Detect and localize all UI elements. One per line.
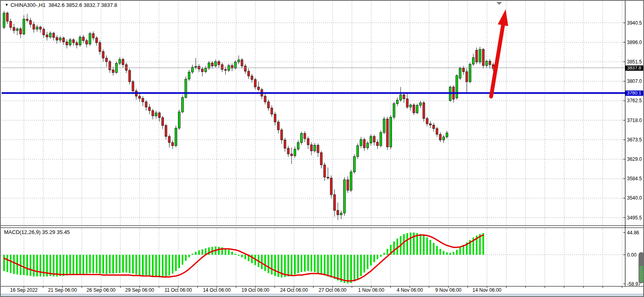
time-axis-label: 26 Sep 06:00 <box>87 287 116 293</box>
time-axis-label: 4 Nov 06:00 <box>397 287 423 293</box>
price-tick-label: 3940.5 <box>627 20 642 26</box>
price-tick-label: 3495.5 <box>627 215 642 221</box>
trend-arrow-head[interactable] <box>498 9 508 26</box>
price-tick-label: 3762.5 <box>627 98 642 103</box>
current-price-badge: 3837.8 <box>625 65 644 71</box>
macd-indicator-label: MACD(12,26,9) 35.29 35.45 <box>4 229 70 235</box>
macd-histogram <box>3 233 484 284</box>
macd-tick-label: 0.00 <box>627 252 637 258</box>
time-axis-label: 14 Oct 06:00 <box>203 287 231 293</box>
time-axis-label: 9 Nov 06:00 <box>435 287 462 293</box>
support-level-badge: 3780.1 <box>625 91 644 96</box>
pane-borders <box>1 1 644 288</box>
time-axis-label: 1 Nov 06:00 <box>358 287 384 293</box>
chart-window: 3940.53896.03851.53807.03762.53718.03673… <box>0 0 644 297</box>
price-tick-label: 3807.0 <box>627 78 642 84</box>
macd-tick-label: -58.97 <box>627 281 641 287</box>
trend-arrow-shaft[interactable] <box>491 25 503 97</box>
time-axis-label: 19 Oct 06:00 <box>241 287 269 293</box>
symbol-period-label: CHINA300-,H1 <box>11 2 46 8</box>
grid-lines <box>2 2 625 286</box>
time-axis-label: 24 Oct 06:00 <box>280 287 308 293</box>
price-tick-label: 3851.5 <box>627 59 642 65</box>
window-bottom-strip <box>1 294 644 297</box>
chart-title: ▼CHINA300-,H1 3842.6 3852.6 3832.7 3837.… <box>5 2 117 8</box>
time-axis-label: 16 Sep 2022 <box>10 287 38 293</box>
price-tick-label: 3540.0 <box>627 195 642 201</box>
time-axis-label: 14 Nov 06:00 <box>472 287 502 293</box>
price-tick-label: 3673.5 <box>627 137 642 143</box>
price-tick-label: 3584.5 <box>627 176 642 181</box>
price-tick-label: 3629.0 <box>627 156 642 162</box>
price-tick-label: 3896.0 <box>627 40 642 45</box>
time-axis-label: 29 Sep 06:00 <box>125 287 154 293</box>
right-edge-scroll-widget[interactable] <box>639 252 644 283</box>
chart-canvas[interactable]: 3940.53896.03851.53807.03762.53718.03673… <box>1 1 644 297</box>
time-axis-label: 21 Sep 06:00 <box>48 287 77 293</box>
price-tick-label: 3718.0 <box>627 118 642 123</box>
macd-signal-line <box>4 235 483 281</box>
time-axis-label: 27 Oct 06:00 <box>319 287 347 293</box>
time-axis-label: 11 Oct 06:00 <box>165 287 192 293</box>
macd-tick-label: 44.86 <box>627 230 639 236</box>
chart-shift-marker-icon[interactable] <box>496 2 502 5</box>
ohlc-values-label: 3842.6 3852.6 3832.7 3837.8 <box>49 2 117 8</box>
symbol-dropdown-icon[interactable]: ▼ <box>5 3 8 7</box>
